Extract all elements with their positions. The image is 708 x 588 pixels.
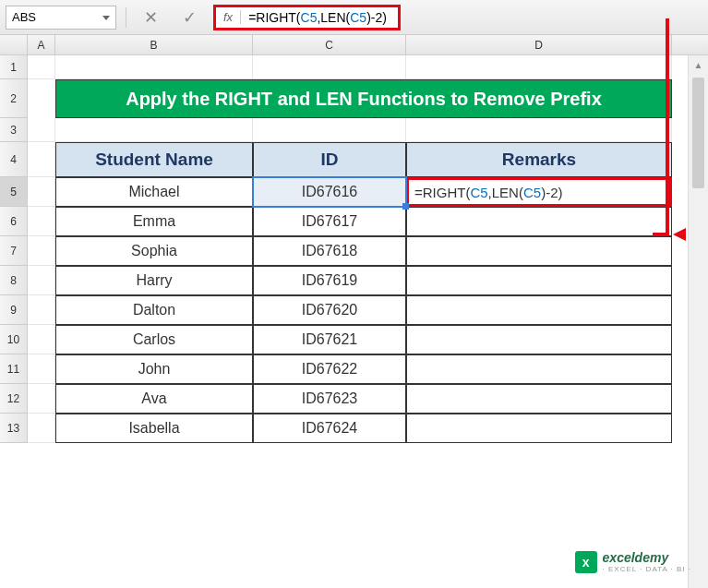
watermark-subtitle: · EXCEL · DATA · BI · — [603, 565, 691, 573]
formula-bar-input[interactable]: =RIGHT(C5,LEN(C5)-2) — [241, 10, 394, 25]
col-header-d[interactable]: D — [406, 35, 672, 54]
watermark: x exceldemy · EXCEL · DATA · BI · — [575, 550, 691, 573]
cell-d8[interactable] — [406, 266, 672, 295]
col-header-a[interactable]: A — [28, 35, 55, 54]
cell-b1[interactable] — [55, 55, 253, 79]
cell-d6[interactable] — [406, 207, 672, 236]
row-header-9[interactable]: 9 — [0, 295, 28, 325]
cell-c12[interactable]: ID67623 — [253, 384, 406, 414]
cell-b8[interactable]: Harry — [55, 266, 253, 295]
callout-arrow-head-icon — [673, 228, 686, 241]
row-header-4[interactable]: 4 — [0, 142, 28, 177]
enter-icon[interactable]: ✓ — [174, 6, 204, 30]
cell-a11[interactable] — [28, 354, 55, 384]
cell-c7[interactable]: ID67618 — [253, 236, 406, 266]
cell-b5[interactable]: Michael — [55, 177, 253, 207]
header-student-name[interactable]: Student Name — [55, 142, 253, 177]
scroll-up-icon[interactable]: ▲ — [689, 55, 708, 74]
cell-c9[interactable]: ID67620 — [253, 295, 406, 325]
title-banner: Apply the RIGHT and LEN Functions to Rem… — [55, 79, 672, 118]
row-header-3[interactable]: 3 — [0, 118, 28, 142]
cell-a4[interactable] — [28, 142, 55, 177]
callout-arrow-horizontal — [653, 233, 669, 236]
header-id[interactable]: ID — [253, 142, 406, 177]
select-all-corner[interactable] — [0, 35, 28, 54]
cell-d10[interactable] — [406, 325, 672, 354]
cell-b13[interactable]: Isabella — [55, 414, 253, 443]
cell-d9[interactable] — [406, 295, 672, 325]
cell-c13[interactable]: ID67624 — [253, 414, 406, 443]
cell-b3[interactable] — [55, 118, 253, 142]
cell-d1[interactable] — [406, 55, 672, 79]
cell-b11[interactable]: John — [55, 354, 253, 384]
cell-b6[interactable]: Emma — [55, 207, 253, 236]
column-headers: A B C D — [0, 35, 708, 55]
row-header-12[interactable]: 12 — [0, 384, 28, 414]
formula-toolbar: ABS ✕ ✓ fx =RIGHT(C5,LEN(C5)-2) — [0, 0, 708, 35]
row-header-10[interactable]: 10 — [0, 325, 28, 354]
cell-a2[interactable] — [28, 79, 55, 118]
cell-a10[interactable] — [28, 325, 55, 354]
cell-c8[interactable]: ID67619 — [253, 266, 406, 295]
name-box[interactable]: ABS — [6, 6, 116, 30]
cell-d3[interactable] — [406, 118, 672, 142]
cell-a8[interactable] — [28, 266, 55, 295]
header-remarks[interactable]: Remarks — [406, 142, 672, 177]
row-header-13[interactable]: 13 — [0, 414, 28, 443]
col-header-c[interactable]: C — [253, 35, 406, 54]
row-header-1[interactable]: 1 — [0, 55, 28, 79]
vertical-scrollbar[interactable]: ▲ — [688, 55, 708, 588]
cell-c5[interactable]: ID67616 — [253, 177, 406, 207]
row-header-8[interactable]: 8 — [0, 266, 28, 295]
formula-bar-highlight: fx =RIGHT(C5,LEN(C5)-2) — [213, 5, 401, 30]
cell-a12[interactable] — [28, 384, 55, 414]
row-header-5[interactable]: 5 — [0, 177, 28, 207]
callout-arrow-vertical — [666, 18, 669, 235]
spreadsheet-grid: 1 2 Apply the RIGHT and LEN Functions to… — [0, 55, 708, 443]
cell-c10[interactable]: ID67621 — [253, 325, 406, 354]
cell-c1[interactable] — [253, 55, 406, 79]
cell-d12[interactable] — [406, 384, 672, 414]
cell-d11[interactable] — [406, 354, 672, 384]
cell-b9[interactable]: Dalton — [55, 295, 253, 325]
cell-c3[interactable] — [253, 118, 406, 142]
cell-b10[interactable]: Carlos — [55, 325, 253, 354]
cell-a13[interactable] — [28, 414, 55, 443]
cell-a9[interactable] — [28, 295, 55, 325]
cell-a1[interactable] — [28, 55, 55, 79]
scroll-thumb[interactable] — [692, 78, 704, 188]
fx-icon[interactable]: fx — [216, 10, 241, 24]
cell-c11[interactable]: ID67622 — [253, 354, 406, 384]
cell-c6[interactable]: ID67617 — [253, 207, 406, 236]
cell-d5-formula[interactable]: =RIGHT(C5,LEN(C5)-2) — [406, 177, 672, 207]
cell-a7[interactable] — [28, 236, 55, 266]
row-header-6[interactable]: 6 — [0, 207, 28, 236]
cell-b12[interactable]: Ava — [55, 384, 253, 414]
toolbar-divider — [126, 7, 126, 28]
col-header-b[interactable]: B — [55, 35, 253, 54]
row-header-2[interactable]: 2 — [0, 79, 28, 118]
row-header-7[interactable]: 7 — [0, 236, 28, 266]
cell-d13[interactable] — [406, 414, 672, 443]
watermark-title: exceldemy — [603, 550, 691, 565]
row-header-11[interactable]: 11 — [0, 354, 28, 384]
cell-a5[interactable] — [28, 177, 55, 207]
cancel-icon[interactable]: ✕ — [136, 6, 165, 30]
cell-d7[interactable] — [406, 236, 672, 266]
watermark-logo-icon: x — [575, 551, 597, 573]
cell-b7[interactable]: Sophia — [55, 236, 253, 266]
cell-a6[interactable] — [28, 207, 55, 236]
cell-a3[interactable] — [28, 118, 55, 142]
